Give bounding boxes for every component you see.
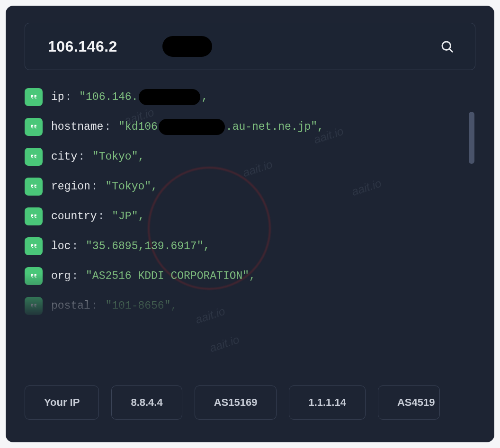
- result-row: org: "AS2516 KDDI CORPORATION",: [25, 267, 475, 285]
- result-row: hostname: "kd106.au-net.ne.jp",: [25, 118, 475, 136]
- result-key: loc: [51, 240, 71, 252]
- result-value-tail: ,: [201, 91, 208, 103]
- result-row: postal: "101-8656",: [25, 297, 475, 315]
- suggestion-button[interactable]: 1.1.1.14: [289, 385, 366, 420]
- result-text: org: "AS2516 KDDI CORPORATION",: [51, 270, 256, 282]
- result-value: "kd106: [118, 121, 158, 133]
- result-value: "101-8656",: [105, 300, 177, 312]
- result-value: "35.6895,139.6917",: [86, 240, 210, 252]
- result-key: postal: [51, 300, 90, 312]
- watermark: aait.io: [208, 333, 241, 355]
- svg-line-1: [449, 49, 452, 52]
- search-input[interactable]: [48, 38, 436, 55]
- redaction-block: [162, 36, 212, 57]
- result-text: region: "Tokyo",: [51, 180, 158, 193]
- quote-icon: [25, 118, 43, 136]
- result-value-tail: .au-net.ne.jp",: [226, 121, 324, 133]
- search-icon: [440, 39, 454, 54]
- quote-icon: [25, 237, 43, 255]
- result-key: city: [51, 151, 77, 163]
- quote-icon: [25, 297, 43, 315]
- result-text: postal: "101-8656",: [51, 300, 177, 312]
- result-text: hostname: "kd106.au-net.ne.jp",: [51, 119, 324, 135]
- suggestion-button[interactable]: AS15169: [195, 385, 277, 420]
- suggestions-row: Your IP8.8.4.4AS151691.1.1.14AS4519: [25, 385, 494, 420]
- result-row: ip: "106.146.,: [25, 88, 475, 106]
- result-value: "106.146.: [79, 91, 138, 103]
- scrollbar[interactable]: [469, 112, 474, 164]
- result-key: region: [51, 180, 90, 193]
- result-text: city: "Tokyo",: [51, 151, 144, 163]
- result-value: "Tokyo",: [105, 180, 157, 193]
- result-text: country: "JP",: [51, 210, 144, 223]
- search-bar: [25, 23, 475, 70]
- result-key: hostname: [51, 121, 103, 133]
- redaction-block: [159, 119, 225, 135]
- result-row: city: "Tokyo",: [25, 148, 475, 166]
- quote-icon: [25, 207, 43, 225]
- result-row: loc: "35.6895,139.6917",: [25, 237, 475, 255]
- result-key: ip: [51, 91, 64, 103]
- result-text: loc: "35.6895,139.6917",: [51, 240, 210, 252]
- result-value: "Tokyo",: [92, 151, 144, 163]
- results-list: ip: "106.146.,hostname: "kd106.au-net.ne…: [25, 88, 475, 320]
- redaction-block: [139, 89, 200, 105]
- suggestion-button[interactable]: 8.8.4.4: [111, 385, 182, 420]
- result-text: ip: "106.146.,: [51, 89, 208, 105]
- result-key: org: [51, 270, 71, 282]
- quote-icon: [25, 178, 43, 196]
- result-value: "JP",: [112, 210, 144, 223]
- quote-icon: [25, 148, 43, 166]
- result-value: "AS2516 KDDI CORPORATION",: [86, 270, 256, 282]
- result-row: region: "Tokyo",: [25, 178, 475, 196]
- suggestion-button[interactable]: Your IP: [25, 385, 99, 420]
- suggestion-button[interactable]: AS4519: [378, 385, 440, 420]
- search-button[interactable]: [436, 36, 458, 57]
- quote-icon: [25, 88, 43, 106]
- ip-lookup-panel: aait.io aait.io aait.io aait.io aait.io …: [6, 6, 494, 442]
- result-key: country: [51, 210, 97, 223]
- quote-icon: [25, 267, 43, 285]
- result-row: country: "JP",: [25, 207, 475, 225]
